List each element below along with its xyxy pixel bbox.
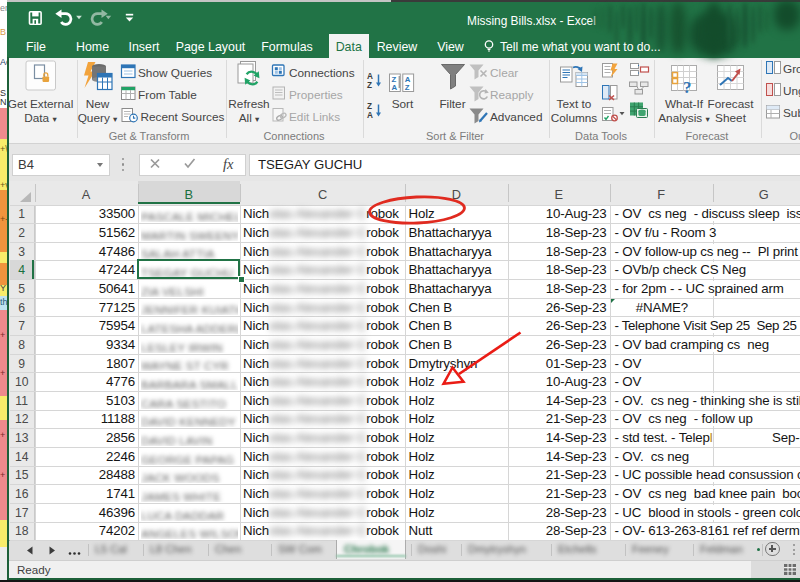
- svg-text:A: A: [392, 83, 398, 92]
- svg-text:?: ?: [683, 78, 692, 97]
- svg-text:fx: fx: [223, 156, 234, 172]
- svg-text:Z: Z: [367, 81, 372, 90]
- svg-text:Z: Z: [405, 83, 410, 92]
- svg-text:Z: Z: [367, 102, 372, 111]
- svg-text:A: A: [367, 72, 373, 81]
- svg-text:A: A: [367, 111, 373, 120]
